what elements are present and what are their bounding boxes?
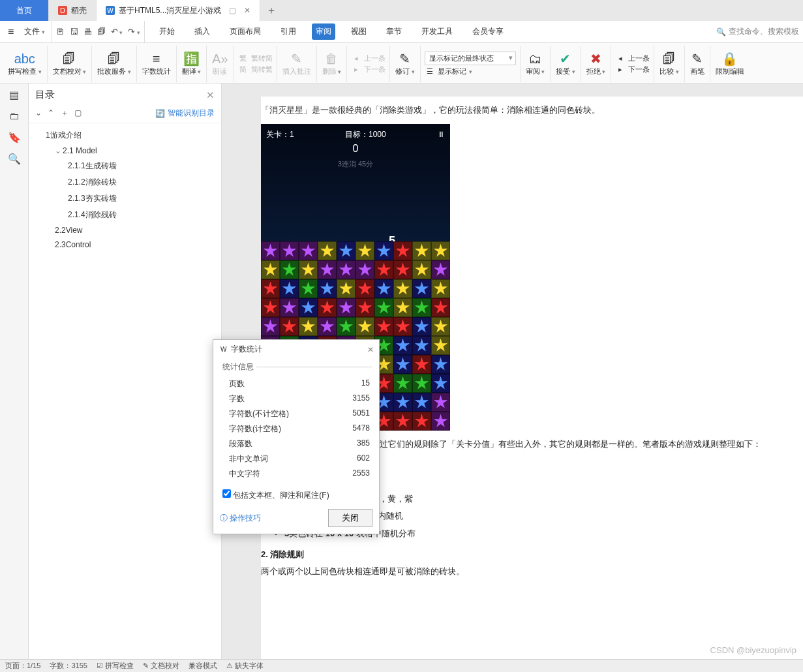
game-cell — [280, 241, 299, 260]
game-cell — [261, 241, 280, 260]
panel-title: 目录 — [35, 89, 55, 101]
tips-link[interactable]: ⓘ 操作技巧 — [220, 513, 261, 524]
include-footnotes-checkbox[interactable]: 包括文本框、脚注和尾注(F) — [222, 491, 329, 500]
missing-font-status[interactable]: ⚠ 缺失字体 — [226, 661, 264, 671]
close-icon[interactable]: ✕ — [244, 6, 250, 15]
outline-icon[interactable]: ▤ — [9, 89, 19, 101]
game-cell — [412, 279, 431, 298]
game-cell — [356, 298, 374, 317]
stat-row: 页数15 — [220, 376, 372, 391]
game-cell — [261, 298, 280, 317]
qa-print-icon[interactable]: 🖶 — [83, 27, 92, 37]
menu-chapter[interactable]: 章节 — [382, 23, 406, 40]
wordcount-button[interactable]: ≡字数统计 — [137, 46, 177, 82]
review-button[interactable]: 🗂审阅 — [521, 46, 551, 82]
game-cell — [299, 241, 318, 260]
menu-start[interactable]: 开始 — [155, 23, 179, 40]
find-icon[interactable]: 🔍 — [8, 153, 21, 165]
translate-button[interactable]: 🈯翻译 — [177, 46, 207, 82]
accept-button[interactable]: ✔接受 — [551, 46, 581, 82]
game-cell — [318, 241, 337, 260]
search-icon: 🔍 — [716, 27, 726, 37]
toc-item[interactable]: 2.2View — [40, 223, 221, 237]
compare-button[interactable]: 🗐比较 — [654, 46, 685, 82]
menu-bar: ≡ 文件 🖹 🖫 🖶 🗐 ↶ ↷ 开始 插入 页面布局 引用 审阅 视图 章节 … — [0, 21, 803, 43]
game-cell — [280, 317, 299, 336]
toc-add-icon[interactable]: ＋ — [61, 108, 68, 117]
game-cell — [412, 336, 431, 355]
qa-save-icon[interactable]: 🖫 — [70, 27, 78, 37]
qa-preview-icon[interactable]: 🗐 — [97, 27, 106, 37]
toc-item[interactable]: 2.1.2消除砖块 — [40, 174, 221, 191]
game-cell — [261, 317, 280, 336]
game-cell — [431, 298, 450, 317]
game-cell — [318, 298, 337, 317]
folder-icon[interactable]: 🗀 — [9, 110, 20, 122]
menu-layout[interactable]: 页面布局 — [226, 23, 265, 40]
game-cell — [356, 260, 374, 279]
show-markup-button[interactable]: ☰显示标记 — [425, 67, 516, 76]
page-indicator[interactable]: 页面：1/15 — [5, 661, 40, 671]
qa-new-icon[interactable]: 🖹 — [56, 27, 65, 37]
next-change-button[interactable]: ▸下一条 — [615, 65, 650, 74]
spellcheck-button[interactable]: abc拼写检查 — [3, 46, 48, 82]
close-button[interactable]: 关闭 — [328, 509, 372, 527]
smart-toc-button[interactable]: 🔄智能识别目录 — [155, 108, 215, 119]
game-cell — [337, 317, 356, 336]
toc-collapse-icon[interactable]: ⌄ — [35, 108, 42, 117]
toc-item[interactable]: 2.1.3夯实砖墙 — [40, 191, 221, 207]
toc-more-icon[interactable]: ▢ — [74, 108, 82, 117]
display-mode-select[interactable]: 显示标记的最终状态 — [425, 52, 516, 65]
file-menu[interactable]: 文件 — [20, 26, 49, 37]
reject-button[interactable]: ✖拒绝 — [581, 46, 612, 82]
menu-vip[interactable]: 会员专享 — [468, 23, 508, 40]
game-cell — [412, 412, 431, 431]
menu-ref[interactable]: 引用 — [277, 23, 300, 40]
simp2trad-button: 简简转繁 — [238, 65, 273, 74]
bookmark-icon[interactable]: 🔖 — [8, 131, 21, 144]
toc-item[interactable]: 2.3Control — [40, 237, 221, 252]
restrict-edit-button[interactable]: 🔒限制编辑 — [710, 46, 750, 82]
menu-view[interactable]: 视图 — [347, 23, 371, 40]
toc-expand-icon[interactable]: ⌃ — [48, 108, 54, 117]
game-cell — [431, 279, 450, 298]
command-search[interactable]: 🔍 查找命令、搜索模板 — [716, 26, 799, 37]
menu-insert[interactable]: 插入 — [190, 23, 214, 40]
compat-status[interactable]: 兼容模式 — [189, 661, 217, 671]
word-indicator[interactable]: 字数：3155 — [50, 661, 87, 671]
tab-window-icon[interactable]: ▢ — [229, 6, 236, 15]
prev-change-button[interactable]: ◂上一条 — [615, 53, 650, 63]
track-changes-button[interactable]: ✎修订 — [390, 46, 421, 82]
trad2simp-button: 繁繁转简 — [238, 53, 273, 63]
dialog-close-icon[interactable]: ✕ — [367, 345, 374, 354]
tab-daokeer[interactable]: D稻壳 — [49, 0, 97, 21]
close-panel-icon[interactable]: ✕ — [206, 89, 215, 101]
menu-review[interactable]: 审阅 — [312, 23, 335, 40]
game-cell — [412, 393, 431, 412]
toc-item[interactable]: 1游戏介绍 — [40, 127, 221, 144]
tab-add[interactable]: ＋ — [260, 0, 282, 21]
correction-button[interactable]: 🗐批改服务 — [92, 46, 137, 82]
toc-item[interactable]: 2.1 Model — [40, 144, 221, 158]
hamburger-icon[interactable]: ≡ — [4, 26, 18, 38]
toc-item[interactable]: 2.1.1生成砖墙 — [40, 158, 221, 174]
game-cell — [431, 355, 450, 374]
tab-document[interactable]: W基于HTML5...消灭星星小游戏▢✕ — [97, 0, 260, 21]
pen-button[interactable]: ✎画笔 — [685, 46, 710, 82]
menu-devtools[interactable]: 开发工具 — [417, 23, 457, 40]
spellcheck-status[interactable]: ☑ 拼写检查 — [97, 661, 134, 671]
proofread-status[interactable]: ✎ 文档校对 — [143, 661, 179, 671]
toc-item[interactable]: 2.1.4消除残砖 — [40, 207, 221, 223]
qa-undo-icon[interactable]: ↶ — [111, 27, 123, 37]
quick-access: 🖹 🖫 🖶 🗐 ↶ ↷ — [52, 21, 145, 42]
qa-redo-icon[interactable]: ↷ — [128, 27, 140, 37]
game-cell — [356, 279, 374, 298]
tab-home[interactable]: 首页 — [0, 0, 49, 21]
game-cell — [393, 279, 412, 298]
left-sidebar: ▤ 🗀 🔖 🔍 — [0, 84, 29, 659]
proofread-button[interactable]: 🗐文档校对 — [48, 46, 93, 82]
game-cell — [393, 393, 412, 412]
wordcount-dialog: W 字数统计✕ 统计信息 页数15字数3155字符数(不计空格)5051字符数(… — [213, 339, 380, 534]
game-cell — [393, 336, 412, 355]
game-cell — [318, 317, 337, 336]
